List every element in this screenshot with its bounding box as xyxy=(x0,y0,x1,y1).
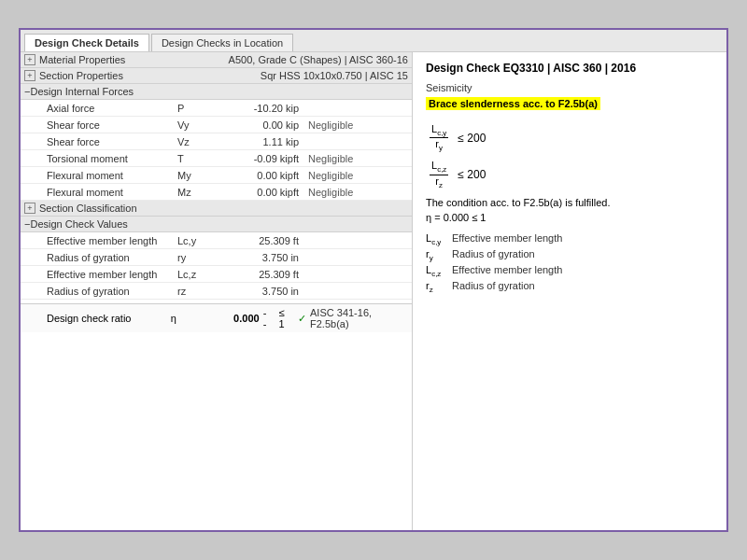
legend-key-2: Lc,z xyxy=(426,264,452,278)
material-properties-label: Material Properties xyxy=(39,54,125,65)
design-check-ratio-row: Design check ratio η 0.000 -- ≤ 1 ✓ AISC… xyxy=(21,303,412,332)
expand-material-icon[interactable]: + xyxy=(24,54,35,65)
section-properties-header[interactable]: + Section Properties Sqr HSS 10x10x0.750… xyxy=(21,68,412,84)
legend-val-3: Radius of gyration xyxy=(452,280,535,291)
table-row: Effective member length Lc,z 25.309 ft xyxy=(21,266,412,283)
leq-symbol-1: ≤ 200 xyxy=(458,132,486,145)
drc-label: Design check ratio xyxy=(47,313,171,324)
rp-subtitle: Seismicity xyxy=(426,82,713,93)
tab-design-checks-location[interactable]: Design Checks in Location xyxy=(151,34,293,51)
section-properties-label: Section Properties xyxy=(39,70,123,81)
table-row: Radius of gyration rz 3.750 in xyxy=(21,283,412,300)
table-row: Effective member length Lc,y 25.309 ft xyxy=(21,232,412,249)
rp-eta: η = 0.000 ≤ 1 xyxy=(426,212,713,223)
table-row: Radius of gyration ry 3.750 in xyxy=(21,249,412,266)
legend-val-0: Effective member length xyxy=(452,232,562,244)
legend-val-1: Radius of gyration xyxy=(452,248,535,259)
content-area: + Material Properties A500, Grade C (Sha… xyxy=(21,52,726,530)
drc-leq: ≤ 1 xyxy=(279,307,292,329)
legend-key-0: Lc,y xyxy=(426,232,452,246)
material-properties-value: A500, Grade C (Shapes) | AISC 360-16 xyxy=(229,54,408,65)
legend-row-0: Lc,y Effective member length xyxy=(426,232,713,246)
section-properties-value: Sqr HSS 10x10x0.750 | AISC 15 xyxy=(261,70,408,81)
denominator-ry: ry xyxy=(433,138,444,152)
material-properties-header[interactable]: + Material Properties A500, Grade C (Sha… xyxy=(21,52,412,68)
legend-val-2: Effective member length xyxy=(452,264,562,275)
expand-classification-icon[interactable]: + xyxy=(24,203,35,214)
numerator-lcy: Lc,y xyxy=(430,123,448,138)
drc-check-icon: ✓ xyxy=(298,313,306,325)
drc-reference: AISC 341-16, F2.5b(a) xyxy=(310,307,408,329)
expand-section-icon[interactable]: + xyxy=(24,70,35,81)
right-panel: Design Check EQ3310 | AISC 360 | 2016 Se… xyxy=(413,52,726,530)
legend-row-2: Lc,z Effective member length xyxy=(426,264,713,278)
rp-highlight: Brace slenderness acc. to F2.5b(a) xyxy=(426,97,600,110)
rp-legend: Lc,y Effective member length ry Radius o… xyxy=(426,232,713,295)
formula-line-1: Lc,y ry ≤ 200 xyxy=(426,123,713,152)
numerator-lcz: Lc,z xyxy=(430,160,448,175)
check-values-label: Design Check Values xyxy=(30,218,127,230)
internal-forces-header[interactable]: − Design Internal Forces xyxy=(21,84,412,100)
table-row: Torsional moment T -0.09 kipft Negligibl… xyxy=(21,150,412,167)
section-classification-header[interactable]: + Section Classification xyxy=(21,201,412,217)
drc-symbol: η xyxy=(171,313,206,324)
section-classification-label: Section Classification xyxy=(39,203,137,214)
tab-design-check-details[interactable]: Design Check Details xyxy=(24,34,149,51)
legend-row-3: rz Radius of gyration xyxy=(426,280,713,294)
formula-line-2: Lc,z rz ≤ 200 xyxy=(426,160,713,189)
rp-title: Design Check EQ3310 | AISC 360 | 2016 xyxy=(426,62,713,75)
table-row: Flexural moment My 0.00 kipft Negligible xyxy=(21,167,412,184)
table-row: Shear force Vz 1.11 kip xyxy=(21,133,412,150)
drc-value: 0.000 xyxy=(206,313,260,324)
internal-forces-label: Design Internal Forces xyxy=(30,86,134,97)
table-row: Flexural moment Mz 0.00 kipft Negligible xyxy=(21,184,412,201)
check-values-header[interactable]: − Design Check Values xyxy=(21,217,412,232)
table-row: Axial force P -10.20 kip xyxy=(21,100,412,117)
legend-key-3: rz xyxy=(426,280,452,294)
drc-separator: -- xyxy=(263,307,270,329)
leq-symbol-2: ≤ 200 xyxy=(458,168,486,181)
fraction-lcy-ry: Lc,y ry xyxy=(430,123,448,152)
tab-bar: Design Check Details Design Checks in Lo… xyxy=(21,30,726,52)
legend-row-1: ry Radius of gyration xyxy=(426,248,713,262)
table-row: Shear force Vy 0.00 kip Negligible xyxy=(21,117,412,133)
left-panel: + Material Properties A500, Grade C (Sha… xyxy=(21,52,413,530)
fraction-lcz-rz: Lc,z rz xyxy=(430,160,448,189)
main-window: Design Check Details Design Checks in Lo… xyxy=(19,28,728,532)
denominator-rz: rz xyxy=(433,175,444,189)
rp-condition: The condition acc. to F2.5b(a) is fulfil… xyxy=(426,197,713,208)
legend-key-1: ry xyxy=(426,248,452,262)
